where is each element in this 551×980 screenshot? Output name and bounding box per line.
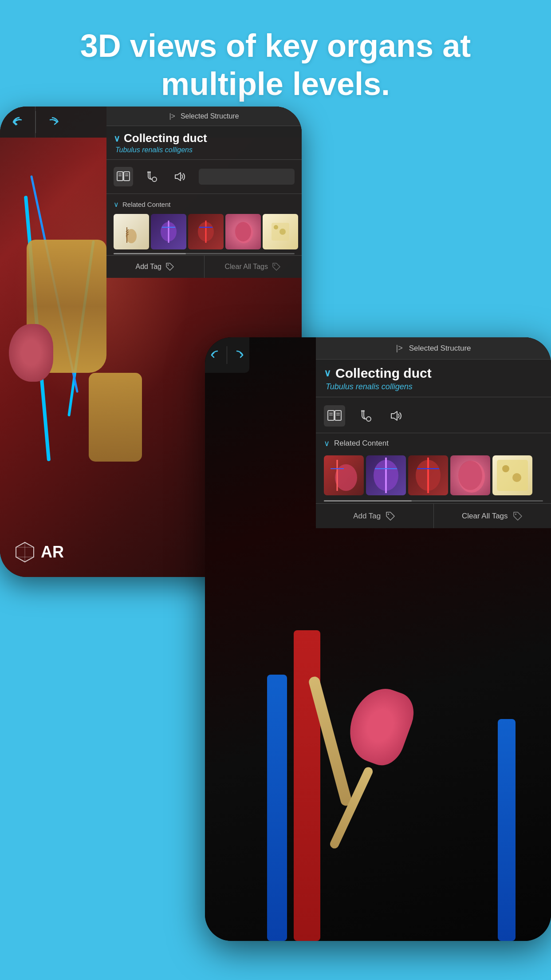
front-thumbnail-item[interactable] bbox=[324, 455, 364, 495]
add-tag-button[interactable]: Add Tag bbox=[106, 256, 205, 278]
forward-button[interactable] bbox=[36, 107, 71, 138]
svg-point-41 bbox=[363, 410, 365, 412]
thumbnail-4-content bbox=[225, 214, 261, 249]
front-related-label: Related Content bbox=[334, 439, 389, 448]
ar-badge[interactable]: AR bbox=[13, 541, 64, 564]
front-book-icon-button[interactable] bbox=[324, 405, 345, 427]
front-divider-1 bbox=[316, 397, 551, 397]
front-panel-bracket-icon: |> bbox=[396, 344, 402, 353]
svg-point-56 bbox=[388, 514, 389, 515]
phone-front-nav-bar bbox=[205, 337, 249, 373]
sound-icon bbox=[173, 171, 187, 182]
add-tag-label: Add Tag bbox=[136, 263, 161, 271]
thumb-3-illustration bbox=[193, 218, 219, 245]
front-clear-tags-button[interactable]: Clear All Tags bbox=[434, 504, 551, 528]
nav-divider bbox=[227, 346, 227, 364]
page-title: 3D views of key organs at multiple level… bbox=[0, 0, 551, 121]
book-icon-button[interactable] bbox=[114, 167, 133, 186]
front-tag-icon bbox=[385, 511, 396, 522]
thumbnail-item[interactable] bbox=[114, 214, 149, 249]
svg-point-39 bbox=[366, 417, 371, 421]
panel-header: |> Selected Structure bbox=[106, 107, 302, 126]
related-chevron-icon: ∨ bbox=[114, 200, 119, 209]
sound-icon-button[interactable] bbox=[170, 167, 190, 186]
front-book-icon bbox=[327, 410, 342, 422]
tag-icon bbox=[165, 262, 175, 272]
front-chevron-down-icon[interactable]: ∨ bbox=[324, 368, 331, 379]
front-divider-2 bbox=[316, 433, 551, 433]
thumbnail-item[interactable] bbox=[151, 214, 186, 249]
svg-point-52 bbox=[458, 461, 482, 490]
svg-rect-1 bbox=[124, 172, 130, 181]
front-related-chevron-icon: ∨ bbox=[324, 439, 330, 448]
svg-point-7 bbox=[152, 177, 157, 182]
chevron-down-icon[interactable]: ∨ bbox=[114, 133, 120, 144]
info-panel-back: |> Selected Structure ∨ Collecting duct … bbox=[106, 107, 302, 278]
scroll-indicator bbox=[114, 253, 295, 254]
clear-all-tags-button[interactable]: Clear All Tags bbox=[205, 256, 302, 278]
divider-1 bbox=[106, 159, 302, 160]
action-icons-row bbox=[106, 163, 302, 190]
front-thumbnail-item[interactable] bbox=[408, 455, 448, 495]
front-back-button[interactable] bbox=[206, 342, 225, 368]
svg-point-25 bbox=[279, 229, 286, 235]
front-structure-latin: Tubulus renalis colligens bbox=[324, 382, 543, 391]
panel-bracket-icon: |> bbox=[169, 112, 175, 120]
svg-point-54 bbox=[502, 465, 509, 472]
svg-rect-0 bbox=[117, 172, 123, 181]
structure-latin-name: Tubulus renalis colligens bbox=[114, 146, 295, 154]
svg-rect-32 bbox=[328, 411, 334, 420]
front-sound-icon bbox=[390, 410, 404, 422]
thumbnail-2-content bbox=[151, 214, 186, 249]
svg-point-8 bbox=[147, 171, 149, 173]
book-icon bbox=[117, 171, 130, 182]
svg-point-40 bbox=[361, 410, 363, 412]
front-forward-arrow-icon bbox=[232, 349, 245, 361]
front-related-content-header: ∨ Related Content bbox=[316, 435, 551, 452]
front-thumbnail-item[interactable] bbox=[492, 455, 532, 495]
panel-actions-row: Add Tag Clear All Tags bbox=[106, 255, 302, 278]
thumb-1-illustration bbox=[118, 218, 145, 245]
structure-info: ∨ Collecting duct Tubulus renalis collig… bbox=[106, 126, 302, 156]
thumbnail-item[interactable] bbox=[225, 214, 261, 249]
phone-device-front: |> Selected Structure ∨ Collecting duct … bbox=[205, 337, 551, 941]
clear-tags-label: Clear All Tags bbox=[224, 263, 268, 271]
clear-tag-icon bbox=[272, 262, 281, 272]
forward-arrow-icon bbox=[47, 115, 61, 129]
front-panel-actions-row: Add Tag Clear All Tags bbox=[316, 503, 551, 528]
blue-vessel-right bbox=[498, 719, 516, 941]
front-back-arrow-icon bbox=[209, 349, 222, 361]
svg-point-57 bbox=[515, 514, 516, 515]
svg-point-26 bbox=[167, 265, 169, 266]
front-add-tag-button[interactable]: Add Tag bbox=[316, 504, 434, 528]
thumbnail-item[interactable] bbox=[263, 214, 298, 249]
thumbnails-container bbox=[106, 211, 302, 252]
svg-point-10 bbox=[126, 229, 137, 243]
back-button[interactable] bbox=[0, 107, 35, 138]
front-sound-icon-button[interactable] bbox=[386, 405, 407, 427]
front-structure-name-heading: ∨ Collecting duct bbox=[324, 366, 543, 381]
front-thumb-3 bbox=[408, 455, 448, 495]
divider-2 bbox=[106, 194, 302, 194]
thumbnail-item[interactable] bbox=[188, 214, 224, 249]
svg-rect-53 bbox=[497, 460, 528, 491]
front-thumbnail-item[interactable] bbox=[366, 455, 406, 495]
front-thumbnail-item[interactable] bbox=[450, 455, 490, 495]
front-add-tag-label: Add Tag bbox=[353, 512, 381, 521]
front-scroll-thumb bbox=[324, 500, 412, 502]
front-thumb-1 bbox=[324, 455, 364, 495]
ar-cube-icon bbox=[13, 541, 36, 564]
structure-name-heading: ∨ Collecting duct bbox=[114, 131, 295, 145]
back-arrow-icon bbox=[11, 115, 25, 129]
svg-point-9 bbox=[149, 171, 151, 173]
structure-name-text: Collecting duct bbox=[124, 131, 207, 145]
stethoscope-icon bbox=[146, 170, 158, 183]
text-content-placeholder bbox=[199, 169, 295, 185]
ar-label: AR bbox=[41, 543, 64, 561]
panel-title: Selected Structure bbox=[181, 112, 239, 120]
thumbnail-5-content bbox=[263, 214, 298, 249]
front-stethoscope-icon-button[interactable] bbox=[355, 405, 376, 427]
front-forward-button[interactable] bbox=[229, 342, 248, 368]
thumbnail-1-content bbox=[114, 214, 149, 249]
stethoscope-icon-button[interactable] bbox=[142, 167, 161, 186]
